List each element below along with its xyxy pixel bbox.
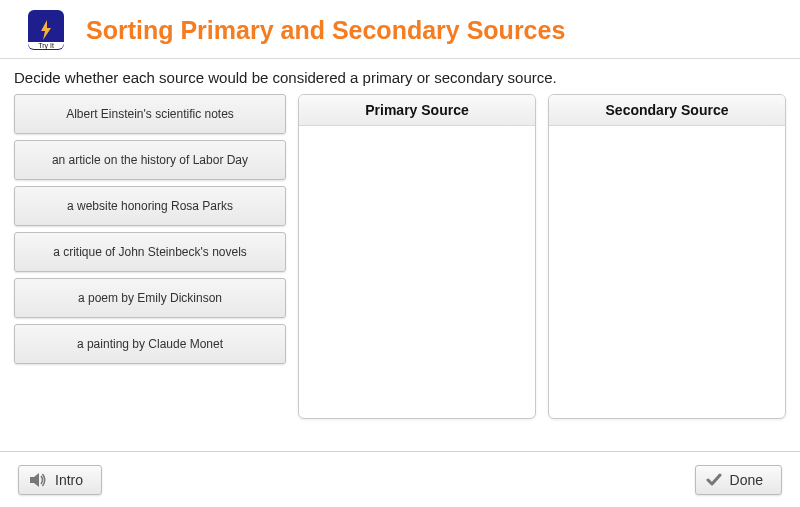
check-icon xyxy=(706,473,722,487)
source-item[interactable]: a critique of John Steinbeck's novels xyxy=(14,232,286,272)
svg-marker-1 xyxy=(30,473,39,487)
source-item[interactable]: a website honoring Rosa Parks xyxy=(14,186,286,226)
secondary-drop-zone[interactable]: Secondary Source xyxy=(548,94,786,419)
secondary-drop-header: Secondary Source xyxy=(549,95,785,126)
source-item[interactable]: a painting by Claude Monet xyxy=(14,324,286,364)
instructions-text: Decide whether each source would be cons… xyxy=(0,65,800,94)
source-item[interactable]: a poem by Emily Dickinson xyxy=(14,278,286,318)
source-item[interactable]: Albert Einstein's scientific notes xyxy=(14,94,286,134)
header: Try It Sorting Primary and Secondary Sou… xyxy=(0,0,800,58)
intro-button-label: Intro xyxy=(55,472,83,488)
tryit-label: Try It xyxy=(28,42,64,49)
divider xyxy=(0,58,800,59)
page-title: Sorting Primary and Secondary Sources xyxy=(86,16,565,45)
footer: Intro Done xyxy=(0,451,800,507)
speaker-icon xyxy=(29,472,47,488)
primary-drop-zone[interactable]: Primary Source xyxy=(298,94,536,419)
tryit-badge: Try It xyxy=(28,10,64,50)
done-button-label: Done xyxy=(730,472,763,488)
drop-zones: Primary Source Secondary Source xyxy=(298,94,786,419)
primary-drop-header: Primary Source xyxy=(299,95,535,126)
source-item[interactable]: an article on the history of Labor Day xyxy=(14,140,286,180)
done-button[interactable]: Done xyxy=(695,465,782,495)
svg-marker-0 xyxy=(41,20,51,40)
bolt-icon xyxy=(38,19,54,41)
intro-button[interactable]: Intro xyxy=(18,465,102,495)
source-list: Albert Einstein's scientific notes an ar… xyxy=(14,94,286,419)
main-area: Albert Einstein's scientific notes an ar… xyxy=(0,94,800,419)
